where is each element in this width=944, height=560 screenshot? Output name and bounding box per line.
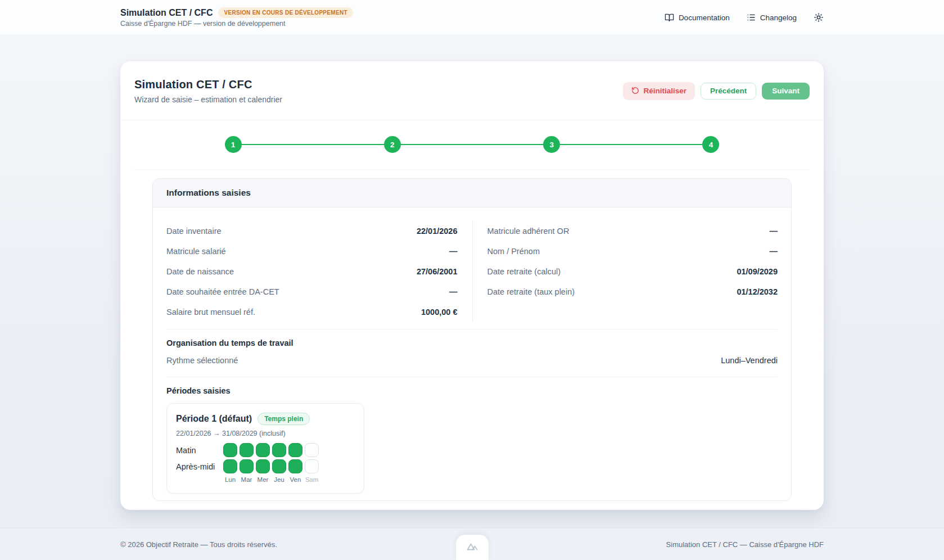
- page-footer: © 2026 Objectif Retraite — Tous droits r…: [0, 528, 944, 560]
- footer-app-name: Simulation CET / CFC — Caisse d'Épargne …: [666, 540, 824, 549]
- info-row: Nom / Prénom —: [487, 241, 778, 261]
- day-label: Sam: [305, 476, 319, 483]
- day-toggle-on: [288, 459, 302, 473]
- step-connector: [401, 144, 543, 146]
- day-toggle-on: [240, 443, 254, 457]
- sun-icon: [814, 12, 824, 22]
- day-toggle-on: [223, 459, 237, 473]
- info-row-value: —: [770, 227, 778, 236]
- rythme-label: Rythme sélectionné: [166, 356, 238, 365]
- info-column-right: Matricule adhérent OR — Nom / Prénom — D…: [472, 221, 778, 322]
- period-type-badge: Temps plein: [258, 413, 310, 425]
- changelog-link[interactable]: Changelog: [747, 13, 797, 22]
- dev-version-badge: VERSION EN COURS DE DÉVELOPPEMENT: [218, 7, 353, 18]
- info-row-value: 27/06/2001: [417, 267, 458, 276]
- step-connector: [242, 144, 384, 146]
- documentation-label: Documentation: [679, 13, 730, 22]
- day-toggle-on: [240, 459, 254, 473]
- header-nav: Documentation Changelog: [665, 12, 824, 22]
- stepper-section: 1 2 3 4: [134, 120, 810, 170]
- day-toggle-on: [272, 443, 286, 457]
- rythme-row: Rythme sélectionné Lundi–Vendredi: [166, 351, 778, 370]
- info-summary-card: Informations saisies Date inventaire 22/…: [152, 178, 792, 501]
- info-row-label: Matricule salarié: [166, 247, 226, 256]
- stepper: 1 2 3 4: [225, 136, 720, 153]
- info-row-value: 22/01/2026: [417, 227, 458, 236]
- periods-section-title: Périodes saisies: [166, 386, 778, 395]
- day-label: Ven: [288, 476, 302, 483]
- reset-button[interactable]: Réinitialiser: [623, 82, 695, 101]
- info-row: Date retraite (calcul) 01/09/2029: [487, 261, 778, 282]
- info-row-label: Nom / Prénom: [487, 247, 540, 256]
- info-row-value: —: [449, 287, 458, 296]
- period-title: Période 1 (défaut): [176, 414, 252, 424]
- info-row-label: Salaire brut mensuel réf.: [166, 308, 255, 317]
- info-row: Matricule adhérent OR —: [487, 221, 778, 241]
- step-connector: [560, 144, 702, 146]
- footer-logo-pill: [456, 535, 489, 560]
- step-circle-3[interactable]: 3: [543, 136, 560, 153]
- info-row: Date retraite (taux plein) 01/12/2032: [487, 282, 778, 302]
- app-header: Simulation CET / CFC VERSION EN COURS DE…: [0, 0, 944, 35]
- theme-toggle-button[interactable]: [814, 12, 824, 22]
- page-subtitle: Wizard de saisie – estimation et calendr…: [134, 95, 282, 104]
- next-button[interactable]: Suivant: [762, 83, 810, 100]
- section-divider: [166, 329, 778, 329]
- day-toggle-on: [256, 443, 270, 457]
- changelog-label: Changelog: [760, 13, 797, 22]
- afternoon-day-squares: [223, 459, 319, 473]
- afternoon-label: Après-midi: [176, 462, 223, 471]
- morning-label: Matin: [176, 446, 223, 455]
- day-label: Jeu: [272, 476, 286, 483]
- section-divider: [166, 377, 778, 377]
- day-labels-row: Lun Mar Mer Jeu Ven Sam: [223, 476, 355, 483]
- list-icon: [747, 13, 756, 22]
- info-grid: Date inventaire 22/01/2026 Matricule sal…: [166, 221, 778, 322]
- info-row: Date souhaitée entrée DA-CET —: [166, 282, 458, 302]
- info-row: Matricule salarié —: [166, 241, 458, 261]
- day-label: Mer: [256, 476, 270, 483]
- info-row-label: Date inventaire: [166, 227, 222, 236]
- rythme-value: Lundi–Vendredi: [721, 356, 778, 365]
- mountains-icon: [466, 541, 478, 554]
- info-column-left: Date inventaire 22/01/2026 Matricule sal…: [166, 221, 472, 322]
- wizard-card-header: Simulation CET / CFC Wizard de saisie – …: [120, 61, 824, 120]
- step-circle-1[interactable]: 1: [225, 136, 242, 153]
- info-row-label: Date de naissance: [166, 267, 234, 276]
- page-title: Simulation CET / CFC: [134, 78, 282, 91]
- morning-row: Matin: [176, 443, 355, 457]
- day-toggle-on: [288, 443, 302, 457]
- previous-button-label: Précédent: [710, 87, 747, 95]
- info-row-label: Date souhaitée entrée DA-CET: [166, 287, 279, 296]
- info-row-label: Matricule adhérent OR: [487, 227, 570, 236]
- info-row-label: Date retraite (taux plein): [487, 287, 575, 296]
- info-row-value: —: [770, 247, 778, 256]
- next-button-label: Suivant: [772, 87, 800, 95]
- info-row-value: 1000,00 €: [421, 308, 458, 317]
- day-toggle-on: [223, 443, 237, 457]
- book-icon: [665, 13, 674, 22]
- day-label: Lun: [223, 476, 237, 483]
- previous-button[interactable]: Précédent: [701, 83, 756, 100]
- info-card-title: Informations saisies: [153, 179, 791, 207]
- app-subtitle: Caisse d'Épargne HDF — version de dévelo…: [120, 20, 353, 28]
- day-toggle-on: [272, 459, 286, 473]
- info-row-value: 01/12/2032: [737, 287, 778, 296]
- day-toggle-off: [305, 443, 319, 457]
- wizard-card: Simulation CET / CFC Wizard de saisie – …: [120, 61, 824, 510]
- reset-button-label: Réinitialiser: [643, 87, 686, 95]
- day-toggle-on: [256, 459, 270, 473]
- step-circle-2[interactable]: 2: [384, 136, 401, 153]
- footer-copyright: © 2026 Objectif Retraite — Tous droits r…: [120, 540, 277, 549]
- info-row: Salaire brut mensuel réf. 1000,00 €: [166, 302, 458, 322]
- info-row-value: 01/09/2029: [737, 267, 778, 276]
- info-row: Date inventaire 22/01/2026: [166, 221, 458, 241]
- step-circle-4[interactable]: 4: [702, 136, 719, 153]
- day-label: Mar: [240, 476, 254, 483]
- rotate-ccw-icon: [631, 87, 639, 96]
- period-date-range: 22/01/2026 → 31/08/2029 (inclusif): [176, 430, 355, 437]
- period-card: Période 1 (défaut) Temps plein 22/01/202…: [166, 403, 364, 494]
- info-row-value: —: [449, 247, 458, 256]
- info-row: Date de naissance 27/06/2001: [166, 261, 458, 282]
- documentation-link[interactable]: Documentation: [665, 13, 730, 22]
